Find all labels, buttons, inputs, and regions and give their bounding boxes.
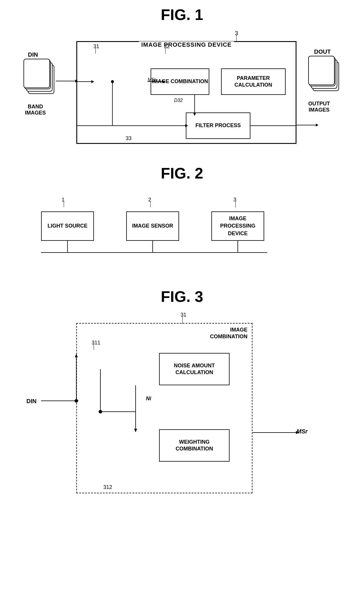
fig2-diagram: 1 2 3 LIGHT SOURCE IMAGE SENSOR IMAGE PR…: [18, 188, 346, 276]
ref-3-fig2: 3: [233, 197, 236, 203]
ref-3-line-fig2: [235, 201, 236, 207]
svg-marker-18: [134, 429, 137, 432]
box-weighting-combination: WEIGHTING COMBINATION: [159, 429, 230, 462]
box-image-processing-device: IMAGE PROCESSING DEVICE: [211, 211, 264, 241]
band-images-label: BAND IMAGES: [25, 104, 46, 116]
box-filter-process: FILTER PROCESS: [186, 112, 250, 139]
ref-31-line: [95, 48, 96, 54]
fig3-diagram: 31 IMAGECOMBINATION 311 NOISE AMOUNT CAL…: [18, 311, 346, 505]
ref-2-line: [150, 201, 151, 207]
ref-2-fig2: 2: [148, 197, 151, 203]
arrow-band-to-ipd: [56, 81, 76, 81]
svg-point-6: [111, 80, 114, 83]
ref-33: 33: [126, 135, 132, 142]
fig2-section: FIG. 2 1 2 3 LIGHT SOURCE IMAGE SENSOR I…: [18, 164, 346, 276]
din-label-fig1: DIN: [28, 51, 38, 58]
ref-311: 311: [92, 340, 100, 346]
msr-label-fig3: MSr: [296, 428, 308, 435]
ipd-label: IMAGE PROCESSING DEVICE: [139, 41, 234, 48]
box-image-sensor: IMAGE SENSOR: [126, 211, 179, 241]
arrowhead-output: [316, 124, 318, 127]
ref-31-fig3: 31: [181, 312, 186, 318]
band-card-4: [23, 59, 50, 88]
fig3-section: FIG. 3 31 IMAGECOMBINATION 311 NOISE AMO…: [18, 288, 346, 505]
fig3-title: FIG. 3: [18, 288, 346, 305]
out-card-4: [308, 56, 335, 85]
output-images-label: OUTPUT IMAGES: [308, 101, 330, 113]
ref-311-line: [94, 344, 94, 350]
din-label-fig3: DIN: [26, 398, 36, 405]
output-images: DOUT OUTPUT IMAGES: [308, 56, 341, 97]
arrowhead-band: [75, 80, 78, 83]
d32-label: D32: [174, 98, 183, 103]
box-parameter-calculation: PARAMETER CALCULATION: [221, 68, 286, 95]
dashed-image-combination-box: IMAGECOMBINATION 311 NOISE AMOUNT CALCUL…: [76, 323, 252, 493]
svg-point-23: [99, 410, 102, 413]
fig1-diagram: 3 IMAGE PROCESSING DEVICE 31 32 IMAGE CO…: [18, 29, 346, 153]
fig2-title: FIG. 2: [18, 164, 346, 182]
fig1-section: FIG. 1 3 IMAGE PROCESSING DEVICE 31 32 I…: [18, 6, 346, 153]
dout-label-fig1: DOUT: [314, 48, 331, 55]
ipd-box: IMAGE PROCESSING DEVICE 31 32 IMAGE COMB…: [76, 41, 296, 144]
ref-1-fig2: 1: [62, 197, 65, 203]
ref-312: 312: [103, 484, 112, 490]
ref-32: 32: [164, 43, 170, 50]
ni-label: Ni: [146, 396, 151, 402]
msr-label-fig1: MSr: [148, 77, 156, 83]
fig1-title: FIG. 1: [18, 6, 346, 23]
box-noise-amount-calculation: NOISE AMOUNT CALCULATION: [159, 353, 230, 385]
ref-32-line: [165, 48, 166, 54]
arrow-ipd-to-output: [296, 125, 317, 125]
box-image-combination: IMAGE COMBINATION: [151, 68, 209, 95]
band-images: DIN BAND IMAGES: [23, 59, 56, 100]
ref-1-line: [64, 201, 64, 207]
box-light-source: LIGHT SOURCE: [41, 211, 94, 241]
svg-marker-8: [91, 80, 94, 83]
ref-31: 31: [93, 43, 99, 50]
fig3-inner-arrows: [77, 324, 252, 493]
dashed-label: IMAGECOMBINATION: [210, 327, 247, 340]
